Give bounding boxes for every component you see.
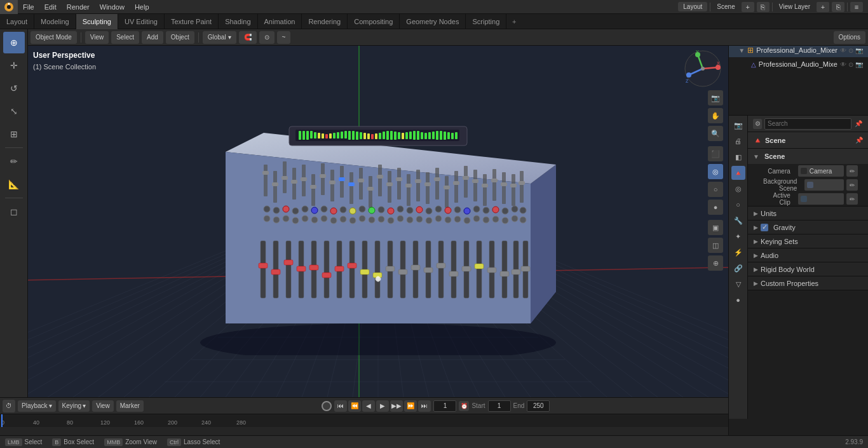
menu-help[interactable]: Help (130, 0, 154, 14)
prop-filter-btn[interactable]: 📌 (854, 119, 863, 129)
viewport-control-solid[interactable]: ◎ (708, 164, 723, 179)
timeline-view-btn[interactable]: View (92, 400, 114, 412)
tab-uv-editing[interactable]: UV Editing (118, 14, 165, 29)
object-mode-btn[interactable]: Object Mode (31, 31, 77, 44)
tool-rotate[interactable]: ↺ (3, 78, 25, 99)
prev-keyframe-btn[interactable]: ⏪ (348, 400, 361, 412)
prop-icon-physics[interactable]: ⚡ (731, 245, 745, 259)
frame-indicator-circle[interactable] (322, 401, 332, 411)
prop-icon-material[interactable]: ● (731, 293, 745, 307)
tool-add-object[interactable]: ◻ (3, 201, 25, 222)
tab-animation[interactable]: Animation (258, 14, 302, 29)
curve-btn[interactable]: ~ (277, 31, 291, 44)
editor-type-selector[interactable]: Layout (678, 2, 707, 11)
view-layer-selector[interactable]: View Layer (775, 3, 814, 10)
units-section[interactable]: ▶ Units (748, 207, 868, 221)
audio-section[interactable]: ▶ Audio (748, 248, 868, 262)
prop-icon-output[interactable]: 🖨 (731, 134, 745, 148)
jump-end-btn[interactable]: ⏭ (418, 400, 431, 412)
menu-edit[interactable]: Edit (39, 0, 62, 14)
view-layer-copy-btn[interactable]: ⎘ (832, 2, 844, 12)
viewport-control-material[interactable]: ○ (708, 182, 723, 197)
menu-window[interactable]: Window (95, 0, 130, 14)
gravity-checkbox[interactable]: ✓ (761, 224, 768, 231)
tab-compositing[interactable]: Compositing (348, 14, 400, 29)
mesh-restrict-icon[interactable]: ⊙ (848, 61, 853, 68)
marker-btn[interactable]: Marker (116, 400, 144, 412)
tool-cursor[interactable]: ⊕ (3, 32, 25, 53)
keying-sets-section[interactable]: ▶ Keying Sets (748, 234, 868, 248)
scene-subsection-header[interactable]: ▼ Scene (748, 149, 868, 164)
tab-rendering[interactable]: Rendering (302, 14, 348, 29)
background-edit-btn[interactable]: ✏ (846, 179, 858, 191)
background-value[interactable] (804, 179, 844, 191)
scene-copy-btn[interactable]: ⎘ (757, 2, 770, 12)
viewport-control-render[interactable]: ⬛ (708, 146, 723, 161)
tool-move[interactable]: ✛ (3, 55, 25, 76)
view-layer-new-btn[interactable]: + (817, 2, 829, 12)
active-clip-edit-btn[interactable]: ✏ (846, 193, 858, 205)
filter-btn[interactable]: ≡ (850, 2, 863, 12)
tool-transform[interactable]: ⊞ (3, 123, 25, 145)
select-menu-btn[interactable]: Select (111, 31, 139, 44)
rigid-body-section[interactable]: ▶ Rigid Body World (748, 262, 868, 276)
outliner-restrict-icon[interactable]: ⊙ (848, 47, 853, 54)
clock-btn[interactable]: ⏰ (459, 401, 469, 411)
tool-annotate[interactable]: ✏ (3, 151, 25, 172)
options-btn[interactable]: Options (834, 31, 865, 44)
tab-layout[interactable]: Layout (0, 14, 34, 29)
prop-icon-constraints[interactable]: 🔗 (731, 261, 745, 275)
prop-icon-modifier[interactable]: 🔧 (731, 214, 745, 227)
tab-shading[interactable]: Shading (219, 14, 257, 29)
prop-icon-view-layer[interactable]: ◧ (731, 150, 745, 164)
custom-props-section[interactable]: ▶ Custom Properties (748, 276, 868, 290)
tool-scale[interactable]: ⤡ (3, 100, 25, 122)
camera-edit-btn[interactable]: ✏ (846, 165, 858, 177)
tab-modeling[interactable]: Modeling (34, 14, 76, 29)
gravity-section[interactable]: ▶ ✓ Gravity (748, 221, 868, 234)
mesh-camera-icon[interactable]: 📷 (855, 61, 863, 68)
view-menu-btn[interactable]: View (85, 31, 109, 44)
active-clip-value[interactable] (798, 193, 844, 205)
playback-btn[interactable]: Playback ▾ (18, 400, 56, 412)
add-menu-btn[interactable]: Add (142, 31, 163, 44)
viewport-control-gizmo[interactable]: ⊕ (708, 255, 723, 271)
scene-new-btn[interactable]: + (742, 2, 754, 12)
prop-editor-type[interactable]: ⚙ (753, 119, 762, 129)
snap-btn[interactable]: 🧲 (239, 31, 257, 44)
scene-selector[interactable]: Scene (713, 3, 738, 10)
tool-measure[interactable]: 📐 (3, 173, 25, 195)
prop-search[interactable] (764, 118, 851, 130)
viewport-gizmo[interactable]: X Y Z (684, 50, 722, 88)
viewport-control-overlay[interactable]: ◫ (708, 238, 723, 253)
jump-start-btn[interactable]: ⏮ (334, 400, 347, 412)
viewport-control-zoom[interactable]: 🔍 (708, 126, 723, 141)
menu-render[interactable]: Render (62, 0, 95, 14)
outliner-camera-icon[interactable]: 📷 (855, 47, 863, 54)
object-menu-btn[interactable]: Object (166, 31, 194, 44)
keying-btn[interactable]: Keying ▾ (58, 400, 90, 412)
tab-geometry-nodes[interactable]: Geometry Nodes (400, 14, 466, 29)
tab-sculpting[interactable]: Sculpting (76, 14, 118, 29)
prop-icon-object[interactable]: ○ (731, 198, 745, 212)
scene-pin-btn[interactable]: 📌 (855, 137, 863, 144)
viewport-control-camera[interactable]: 📷 (708, 90, 723, 105)
tab-texture-paint[interactable]: Texture Paint (165, 14, 219, 29)
prop-icon-particles[interactable]: ✦ (731, 229, 745, 243)
timeline-editor-type-btn[interactable]: ⏱ (3, 400, 15, 412)
outliner-mesh-object[interactable]: △ Professional_Audio_Mixe 👁 ⊙ 📷 (729, 57, 868, 71)
camera-value[interactable]: Camera (798, 165, 844, 177)
current-frame-input[interactable] (433, 400, 456, 412)
end-frame-input[interactable] (527, 400, 550, 412)
prop-icon-world[interactable]: ◎ (731, 182, 745, 196)
play-btn[interactable]: ▶ (376, 400, 389, 412)
prop-icon-scene[interactable]: 🔺 (731, 166, 745, 180)
prop-icon-render[interactable]: 📷 (731, 118, 745, 132)
viewport-control-hand[interactable]: ✋ (708, 108, 723, 123)
prev-frame-btn[interactable]: ◀ (362, 400, 375, 412)
viewport-3d[interactable]: User Perspective (1) Scene Collection (28, 46, 728, 397)
viewport-control-rendered[interactable]: ● (708, 200, 723, 215)
menu-file[interactable]: File (18, 0, 39, 14)
mesh-eye-icon[interactable]: 👁 (840, 61, 846, 68)
next-keyframe-btn[interactable]: ⏩ (404, 400, 417, 412)
